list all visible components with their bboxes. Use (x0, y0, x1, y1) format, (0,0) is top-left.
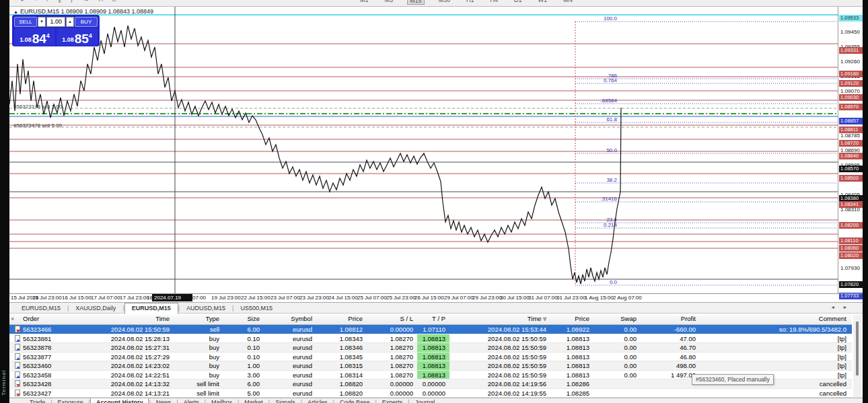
cell-type: buy (174, 334, 223, 343)
account-history-table: 563234662024.08.02 15:50:59sell6.00eurus… (9, 325, 852, 398)
price-axis-chip-red: 1.08970 (839, 104, 863, 110)
cell-close-time: 2024.08.02 15:53:44 (449, 325, 550, 334)
table-row[interactable]: 563234272024.08.02 14:13:21sell limit5.0… (9, 389, 852, 398)
time-axis-label: 15 Jul 23:00 (32, 295, 62, 301)
timeframe-m30[interactable]: M30 (437, 0, 453, 5)
cell-type: sell limit (174, 379, 223, 388)
buy-price-display[interactable]: 1.08 85 4 (57, 28, 98, 46)
column-header-sl[interactable]: S / L (367, 315, 417, 324)
cell-close-price: 1.08813 (550, 334, 593, 343)
column-header-symbol[interactable]: Symbol (264, 315, 316, 324)
terminal-tab-alerts[interactable]: Alerts (178, 398, 205, 403)
chart-tab-eurusd-m15[interactable]: EURUSD,M15 (15, 303, 67, 314)
table-row[interactable]: 563234602024.08.02 14:23:02buy1.00eurusd… (9, 361, 852, 371)
terminal-tab-articles[interactable]: Articles (302, 398, 333, 403)
terminal-tab-experts[interactable]: Experts (377, 398, 408, 403)
column-header-profit[interactable]: Profit (641, 315, 700, 324)
terminal-tab-journal[interactable]: Journal (410, 398, 441, 403)
terminal-tab-account-history[interactable]: Account History (90, 398, 149, 403)
cell-swap: 0.00 (593, 371, 641, 379)
time-axis-label: 1 Aug 15:00 (585, 295, 614, 301)
cell-close-time: 2024.08.02 15:50:59 (449, 334, 550, 343)
time-axis-label: 31 Jul 07:00 (528, 295, 558, 301)
buy-price-pip: 4 (89, 32, 92, 39)
cursor-icon[interactable]: ➤ (20, 0, 26, 3)
cell-price: 1.08820 (316, 389, 367, 398)
price-axis-chip-red: 1.08060 (839, 245, 863, 252)
time-axis[interactable]: 15 Jul 202415 Jul 23:0016 Jul 15:0017 Ju… (9, 294, 838, 302)
timeframe-m15[interactable]: M15 (407, 0, 425, 5)
chart-tab-eurusd-m15[interactable]: EURUSD,M15 (124, 303, 178, 314)
sell-button[interactable]: SELL (14, 17, 37, 27)
shapes-icon[interactable]: ▱ (112, 0, 117, 3)
timeframe-d1[interactable]: D1 (512, 0, 524, 5)
cell-type: sell limit (174, 389, 223, 398)
column-header-size[interactable]: Size (223, 315, 264, 324)
cell-price: 1.08820 (316, 379, 367, 388)
order-document-icon (15, 344, 20, 351)
fibonacci-icon[interactable]: ƒ (71, 0, 74, 3)
cell-profit: 1 497.00 (641, 371, 700, 379)
timeframe-w1[interactable]: W1 (536, 0, 550, 5)
column-header-tp[interactable]: T / P (417, 315, 449, 324)
column-header-comment[interactable]: Comment (700, 315, 852, 324)
time-axis-label: 30 Jul 15:00 (500, 295, 530, 301)
terminal-tab-code-base[interactable]: Code Base (334, 398, 375, 403)
cell-size: 1.00 (223, 361, 264, 370)
table-row[interactable]: 563238782024.08.02 15:27:31buy0.10eurusd… (9, 343, 852, 353)
timeframe-mn[interactable]: MN (561, 0, 575, 5)
buy-button[interactable]: BUY (75, 17, 98, 27)
cell-open-time: 2024.08.02 15:28:13 (87, 334, 174, 343)
chart-tab-xauusd-daily[interactable]: XAUUSD,Daily (69, 303, 122, 314)
arrow-icon[interactable]: → (83, 0, 89, 3)
volume-down-icon[interactable]: ▼ (38, 17, 46, 27)
chart-tab-us500-m15[interactable]: US500,M15 (233, 303, 279, 314)
column-header-swap[interactable]: Swap (593, 315, 641, 324)
sell-price-display[interactable]: 1.08 84 4 (14, 28, 55, 46)
column-header-time[interactable]: Time (87, 315, 174, 324)
cell-symbol: eurusd (264, 325, 316, 334)
terminal-tab-mailbox[interactable]: Mailbox (206, 398, 238, 403)
chart-tab-audusd-m15[interactable]: AUDUSD,M15 (180, 303, 232, 314)
cell-comment: [tp] (700, 343, 852, 352)
volume-up-icon[interactable]: ▲ (66, 17, 74, 27)
table-row[interactable]: 563238812024.08.02 15:28:13buy0.10eurusd… (9, 334, 852, 344)
column-header-time[interactable]: Time ▿ (449, 315, 550, 324)
table-row[interactable]: 563238772024.08.02 15:27:29buy0.10eurusd… (9, 353, 852, 362)
terminal-tab-signals[interactable]: Signals (270, 398, 301, 403)
cell-swap: 0.00 (593, 334, 641, 343)
price-axis-chip-red: 1.09180 (839, 71, 863, 77)
cell-sl: 1.08270 (367, 334, 417, 343)
timeframe-h4[interactable]: H4 (489, 0, 501, 5)
close-icon[interactable]: × (11, 316, 14, 322)
channel-icon[interactable]: ∥ (58, 0, 61, 3)
order-document-icon (15, 380, 20, 387)
table-row[interactable]: 563234662024.08.02 15:50:59sell6.00eurus… (9, 325, 852, 334)
column-header-order[interactable]: Order (20, 315, 87, 324)
column-header-price[interactable]: Price (550, 315, 593, 324)
crosshair-icon[interactable]: + (35, 0, 38, 3)
trendline-icon[interactable]: ∕ (48, 0, 49, 3)
terminal-tab-market[interactable]: Market (239, 398, 268, 403)
table-scrollbar[interactable] (853, 315, 861, 400)
price-axis[interactable]: 1.095451.094501.093551.092601.091651.090… (838, 7, 863, 293)
scrollbar-thumb[interactable] (856, 322, 859, 375)
cell-tp: 0.00000 (417, 389, 449, 398)
terminal-tab-trade[interactable]: Trade (24, 398, 50, 403)
column-header-type[interactable]: Type (174, 315, 223, 324)
tab-scroll-arrows[interactable]: ◂ ▸ (832, 304, 851, 310)
cell-symbol: eurusd (264, 361, 316, 370)
terminal-tab-news[interactable]: News (151, 398, 177, 403)
timeframe-m1[interactable]: M1 (358, 0, 371, 5)
cell-open-time: 2024.08.02 15:27:31 (87, 343, 174, 352)
timeframe-m5[interactable]: M5 (383, 0, 396, 5)
price-axis-label: 1.08785 (840, 133, 860, 139)
cell-open-time: 2024.08.02 14:23:02 (87, 361, 174, 370)
chart-plot-area[interactable]: 100.0.7860.764.6858461.850.038.2.3141623… (9, 7, 838, 293)
timeframe-h1[interactable]: H1 (464, 0, 476, 5)
text-icon[interactable]: A (99, 0, 103, 3)
terminal-tab-exposure[interactable]: Exposure (52, 398, 89, 403)
cell-order: 56323458 (20, 371, 87, 379)
volume-input[interactable]: 1.00 (46, 17, 65, 27)
column-header-price[interactable]: Price (316, 315, 367, 324)
